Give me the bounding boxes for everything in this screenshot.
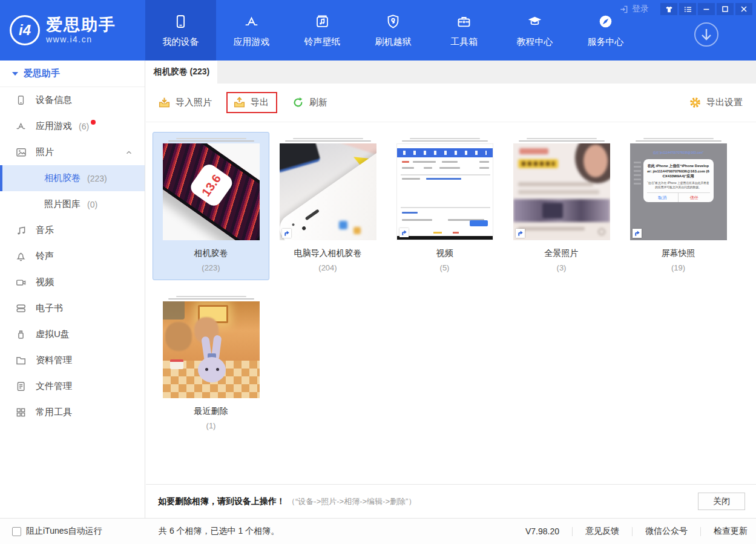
sidebar-item-photo-library[interactable]: 照片图库 (0) (0, 191, 145, 217)
nav-item-flash-jailbreak[interactable]: 刷机越狱 (358, 0, 429, 61)
ios-trust-dialog: 在此 iPhone 上信任“iPhone Developer: jin11144… (643, 159, 714, 202)
close-notice-button[interactable]: 关闭 (698, 493, 745, 510)
shortcut-badge-icon (282, 229, 291, 238)
i4-logo-icon: i4 (10, 15, 40, 45)
refresh-label: 刷新 (309, 97, 327, 108)
sidebar-root-i4[interactable]: 爱思助手 (0, 61, 145, 87)
sidebar-item-count: (223) (87, 174, 107, 183)
nav-item-ringtones-wallpapers[interactable]: 铃声壁纸 (287, 0, 358, 61)
album-count: (19) (671, 263, 685, 272)
sidebar-item-label: 常用工具 (36, 407, 72, 418)
import-label: 导入照片 (176, 97, 212, 108)
album-panoramas[interactable]: 全景照片 (3) (503, 132, 620, 280)
album-count: (1) (206, 421, 216, 430)
nav-item-toolbox[interactable]: 工具箱 (429, 0, 499, 61)
sidebar-item-ringtones[interactable]: 铃声 (0, 243, 145, 269)
version-label: V7.98.20 (525, 526, 559, 536)
album-name: 全景照片 (545, 248, 579, 259)
close-button[interactable] (735, 3, 752, 15)
grid-icon (15, 407, 27, 418)
maximize-icon (721, 5, 729, 13)
tab-bar: 相机胶卷 (223) (146, 61, 756, 84)
chevron-up-icon[interactable] (125, 149, 133, 156)
tab-camera-roll[interactable]: 相机胶卷 (223) (146, 61, 217, 84)
stack-decoration (163, 138, 260, 142)
download-manager-button[interactable] (693, 21, 720, 48)
album-screenshots[interactable]: 信任“jin111447007076036@163.com” 在此 iPhone… (620, 132, 737, 280)
sidebar-item-file-management[interactable]: 文件管理 (0, 373, 145, 399)
shortcut-badge-icon (633, 229, 642, 238)
photos-icon (15, 146, 27, 158)
album-name: 相机胶卷 (194, 248, 228, 259)
nav-item-apps-games[interactable]: 应用游戏 (216, 0, 287, 61)
brand-name: 爱思助手 (46, 16, 116, 34)
nav-label: 教程中心 (517, 36, 553, 48)
bell-icon (15, 251, 27, 262)
nav-label: 刷机越狱 (375, 36, 412, 48)
nav-label: 服务中心 (588, 36, 624, 48)
export-button-highlighted[interactable]: 导出 (226, 92, 277, 113)
nav-label: 我的设备 (163, 36, 199, 48)
sidebar-item-count: (0) (87, 200, 97, 209)
album-pc-imported[interactable]: 电脑导入相机胶卷 (204) (269, 132, 386, 280)
sidebar-item-common-tools[interactable]: 常用工具 (0, 399, 145, 425)
stack-decoration (396, 138, 493, 142)
album-row-1: 13.6 相机胶卷 (223) (153, 132, 756, 280)
folder-icon (15, 355, 27, 366)
sidebar: 爱思助手 设备信息 应用游戏 (6) 照片 相机胶卷 (223) 照片图库 (0… (0, 61, 145, 518)
album-camera-roll[interactable]: 13.6 相机胶卷 (223) (153, 132, 269, 280)
album-videos[interactable]: 视频 (5) (386, 132, 503, 280)
album-thumbnail-screenshots: 信任“jin111447007076036@163.com” 在此 iPhone… (630, 143, 727, 240)
sidebar-item-virtual-usb[interactable]: 虚拟U盘 (0, 321, 145, 347)
nav-item-tutorial-center[interactable]: 教程中心 (499, 0, 570, 61)
sidebar-item-label: 虚拟U盘 (36, 329, 70, 340)
export-label: 导出 (251, 97, 269, 108)
tab-label: 相机胶卷 (223) (154, 67, 210, 77)
sidebar-item-music[interactable]: 音乐 (0, 217, 145, 243)
stack-decoration (163, 296, 260, 300)
block-itunes-checkbox-row[interactable]: 阻止iTunes自动运行 (0, 526, 145, 537)
sidebar-item-label: 相机胶卷 (44, 172, 81, 184)
usb-icon (15, 329, 27, 340)
minimize-icon (703, 5, 710, 13)
refresh-icon (292, 96, 304, 109)
import-photos-button[interactable]: 导入照片 (158, 96, 212, 109)
device-info-icon (15, 94, 27, 106)
export-settings-label: 导出设置 (706, 97, 743, 108)
sidebar-item-apps-games[interactable]: 应用游戏 (6) (0, 113, 145, 139)
album-recently-deleted[interactable]: 最近删除 (1) (153, 290, 269, 438)
checkbox-unchecked[interactable] (12, 527, 21, 536)
sidebar-item-label: 资料管理 (36, 355, 72, 366)
album-name: 最近删除 (194, 406, 228, 417)
sidebar-item-photos[interactable]: 照片 (0, 139, 145, 165)
app-window: i4 爱思助手 www.i4.cn 我的设备 应用游戏 铃声壁纸 刷机越狱 (0, 0, 756, 544)
theme-skin-button[interactable] (660, 3, 677, 15)
sidebar-item-device-info[interactable]: 设备信息 (0, 87, 145, 113)
check-update-link[interactable]: 检查更新 (714, 526, 748, 537)
sidebar-item-ebooks[interactable]: 电子书 (0, 295, 145, 321)
import-icon (158, 96, 171, 109)
album-count: (5) (440, 263, 450, 272)
nav-item-my-device[interactable]: 我的设备 (145, 0, 216, 61)
sidebar-item-count: (6) (79, 122, 89, 131)
wechat-link[interactable]: 微信公众号 (645, 526, 688, 537)
sidebar-item-videos[interactable]: 视频 (0, 269, 145, 295)
sidebar-item-label: 应用游戏 (36, 120, 72, 132)
book-icon (15, 303, 27, 314)
minimize-button[interactable] (698, 3, 715, 15)
login-button[interactable]: 登录 (619, 4, 649, 15)
main-menu-button[interactable] (679, 3, 696, 15)
album-thumbnail-videos (396, 143, 493, 240)
feedback-link[interactable]: 意见反馈 (585, 526, 619, 537)
sidebar-item-camera-roll[interactable]: 相机胶卷 (223) (0, 165, 145, 191)
sidebar-item-label: 照片图库 (44, 198, 81, 210)
export-settings-button[interactable]: 导出设置 (689, 96, 743, 109)
maximize-button[interactable] (717, 3, 734, 15)
sidebar-item-data-management[interactable]: 资料管理 (0, 347, 145, 373)
refresh-button[interactable]: 刷新 (292, 96, 327, 109)
album-thumbnail-recently-deleted (163, 301, 260, 398)
album-count: (223) (202, 263, 220, 272)
shirt-icon (665, 5, 673, 13)
sidebar-item-label: 铃声 (36, 251, 54, 262)
shortcut-badge-icon (516, 229, 525, 238)
